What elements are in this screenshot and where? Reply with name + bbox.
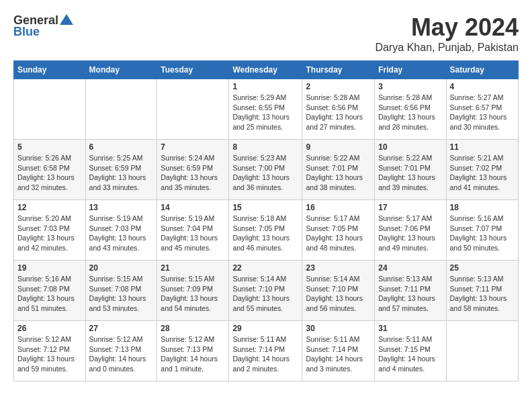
day-cell: 22Sunrise: 5:14 AM Sunset: 7:10 PM Dayli… [229,261,302,321]
day-cell [85,79,157,140]
day-number: 1 [232,82,298,91]
day-info: Sunrise: 5:27 AM Sunset: 6:57 PM Dayligh… [450,93,515,132]
day-info: Sunrise: 5:12 AM Sunset: 7:13 PM Dayligh… [161,334,225,374]
day-number: 17 [378,203,442,212]
day-info: Sunrise: 5:11 AM Sunset: 7:14 PM Dayligh… [232,334,298,374]
day-info: Sunrise: 5:15 AM Sunset: 7:09 PM Dayligh… [161,274,225,314]
day-number: 3 [378,82,442,91]
day-number: 28 [161,324,225,333]
day-cell: 5Sunrise: 5:26 AM Sunset: 6:58 PM Daylig… [14,140,86,200]
day-info: Sunrise: 5:26 AM Sunset: 6:58 PM Dayligh… [17,153,82,193]
day-number: 10 [378,142,442,152]
day-info: Sunrise: 5:11 AM Sunset: 7:15 PM Dayligh… [378,334,442,374]
weekday-header-monday: Monday [85,61,157,79]
day-cell: 27Sunrise: 5:12 AM Sunset: 7:13 PM Dayli… [85,321,157,381]
day-cell: 15Sunrise: 5:18 AM Sunset: 7:05 PM Dayli… [229,200,302,261]
day-info: Sunrise: 5:12 AM Sunset: 7:12 PM Dayligh… [17,334,82,374]
weekday-header-tuesday: Tuesday [157,61,229,79]
day-number: 2 [306,82,371,91]
day-number: 14 [161,203,225,212]
calendar-table: SundayMondayTuesdayWednesdayThursdayFrid… [13,60,519,381]
day-info: Sunrise: 5:25 AM Sunset: 6:59 PM Dayligh… [89,153,154,193]
month-title: May 2024 [375,13,519,42]
day-info: Sunrise: 5:13 AM Sunset: 7:11 PM Dayligh… [378,274,442,314]
day-cell: 3Sunrise: 5:28 AM Sunset: 6:56 PM Daylig… [375,79,446,140]
day-number: 25 [450,263,515,273]
day-number: 30 [306,324,371,333]
day-number: 7 [161,142,225,152]
day-info: Sunrise: 5:11 AM Sunset: 7:14 PM Dayligh… [306,334,371,374]
day-cell [157,79,229,140]
day-info: Sunrise: 5:19 AM Sunset: 7:03 PM Dayligh… [89,214,154,253]
week-row-5: 26Sunrise: 5:12 AM Sunset: 7:12 PM Dayli… [14,321,519,381]
day-number: 11 [450,142,515,152]
weekday-header-saturday: Saturday [446,61,519,79]
day-cell: 19Sunrise: 5:16 AM Sunset: 7:08 PM Dayli… [14,261,86,321]
day-info: Sunrise: 5:18 AM Sunset: 7:05 PM Dayligh… [232,214,298,253]
day-info: Sunrise: 5:23 AM Sunset: 7:00 PM Dayligh… [232,153,298,193]
day-number: 8 [232,142,298,152]
week-row-2: 5Sunrise: 5:26 AM Sunset: 6:58 PM Daylig… [14,140,519,200]
day-number: 23 [306,263,371,273]
day-cell: 28Sunrise: 5:12 AM Sunset: 7:13 PM Dayli… [157,321,229,381]
day-cell: 29Sunrise: 5:11 AM Sunset: 7:14 PM Dayli… [229,321,302,381]
day-number: 19 [17,263,82,273]
day-info: Sunrise: 5:14 AM Sunset: 7:10 PM Dayligh… [306,274,371,314]
day-info: Sunrise: 5:28 AM Sunset: 6:56 PM Dayligh… [306,93,371,132]
day-info: Sunrise: 5:16 AM Sunset: 7:07 PM Dayligh… [450,214,515,253]
day-number: 31 [378,324,442,333]
day-cell: 8Sunrise: 5:23 AM Sunset: 7:00 PM Daylig… [229,140,302,200]
day-cell [14,79,86,140]
day-info: Sunrise: 5:15 AM Sunset: 7:08 PM Dayligh… [89,274,154,314]
weekday-header-thursday: Thursday [302,61,375,79]
day-number: 18 [450,203,515,212]
day-info: Sunrise: 5:19 AM Sunset: 7:04 PM Dayligh… [161,214,225,253]
day-cell: 25Sunrise: 5:13 AM Sunset: 7:11 PM Dayli… [446,261,519,321]
day-number: 20 [89,263,154,273]
day-cell: 9Sunrise: 5:22 AM Sunset: 7:01 PM Daylig… [302,140,375,200]
logo-blue: Blue [13,25,40,39]
day-cell: 21Sunrise: 5:15 AM Sunset: 7:09 PM Dayli… [157,261,229,321]
day-number: 6 [89,142,154,152]
day-info: Sunrise: 5:12 AM Sunset: 7:13 PM Dayligh… [89,334,154,374]
day-cell: 26Sunrise: 5:12 AM Sunset: 7:12 PM Dayli… [14,321,86,381]
logo: General Blue [13,13,73,39]
day-number: 26 [17,324,82,333]
day-cell: 2Sunrise: 5:28 AM Sunset: 6:56 PM Daylig… [302,79,375,140]
weekday-header-wednesday: Wednesday [229,61,302,79]
day-info: Sunrise: 5:16 AM Sunset: 7:08 PM Dayligh… [17,274,82,314]
week-row-3: 12Sunrise: 5:20 AM Sunset: 7:03 PM Dayli… [14,200,519,261]
day-cell: 6Sunrise: 5:25 AM Sunset: 6:59 PM Daylig… [85,140,157,200]
day-number: 22 [232,263,298,273]
weekday-header-row: SundayMondayTuesdayWednesdayThursdayFrid… [14,61,519,79]
day-info: Sunrise: 5:28 AM Sunset: 6:56 PM Dayligh… [378,93,442,132]
day-cell: 10Sunrise: 5:22 AM Sunset: 7:01 PM Dayli… [375,140,446,200]
day-info: Sunrise: 5:21 AM Sunset: 7:02 PM Dayligh… [450,153,515,193]
day-info: Sunrise: 5:17 AM Sunset: 7:05 PM Dayligh… [306,214,371,253]
day-info: Sunrise: 5:24 AM Sunset: 6:59 PM Dayligh… [161,153,225,193]
week-row-4: 19Sunrise: 5:16 AM Sunset: 7:08 PM Dayli… [14,261,519,321]
day-cell: 12Sunrise: 5:20 AM Sunset: 7:03 PM Dayli… [14,200,86,261]
day-number: 12 [17,203,82,212]
day-number: 16 [306,203,371,212]
day-cell: 23Sunrise: 5:14 AM Sunset: 7:10 PM Dayli… [302,261,375,321]
weekday-header-friday: Friday [375,61,446,79]
day-cell: 14Sunrise: 5:19 AM Sunset: 7:04 PM Dayli… [157,200,229,261]
day-number: 15 [232,203,298,212]
day-info: Sunrise: 5:17 AM Sunset: 7:06 PM Dayligh… [378,214,442,253]
day-cell: 18Sunrise: 5:16 AM Sunset: 7:07 PM Dayli… [446,200,519,261]
day-number: 9 [306,142,371,152]
day-number: 13 [89,203,154,212]
logo-triangle-icon [60,14,73,28]
weekday-header-sunday: Sunday [14,61,86,79]
day-cell: 13Sunrise: 5:19 AM Sunset: 7:03 PM Dayli… [85,200,157,261]
day-number: 29 [232,324,298,333]
day-cell: 31Sunrise: 5:11 AM Sunset: 7:15 PM Dayli… [375,321,446,381]
day-info: Sunrise: 5:13 AM Sunset: 7:11 PM Dayligh… [450,274,515,314]
day-number: 24 [378,263,442,273]
day-cell: 1Sunrise: 5:29 AM Sunset: 6:55 PM Daylig… [229,79,302,140]
day-cell: 7Sunrise: 5:24 AM Sunset: 6:59 PM Daylig… [157,140,229,200]
title-area: May 2024 Darya Khan, Punjab, Pakistan [375,13,519,54]
location-title: Darya Khan, Punjab, Pakistan [375,42,519,54]
day-cell: 16Sunrise: 5:17 AM Sunset: 7:05 PM Dayli… [302,200,375,261]
